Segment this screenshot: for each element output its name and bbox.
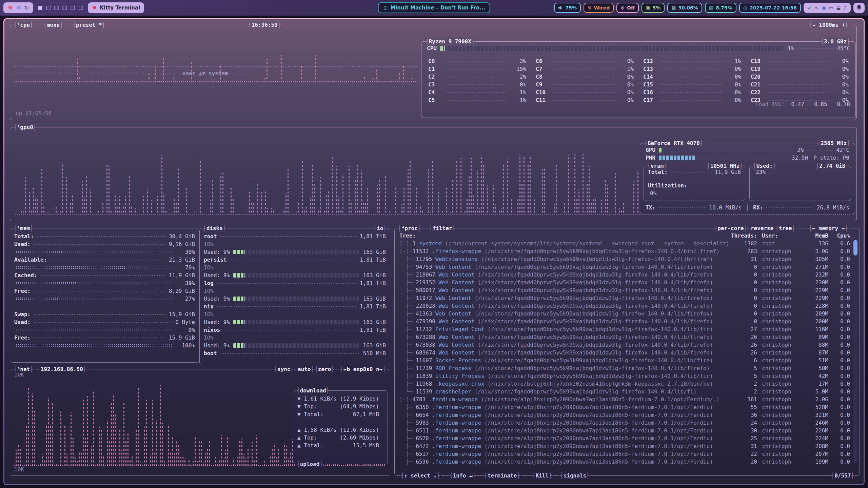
notification-bell[interactable] [853, 3, 865, 13]
process-row[interactable]: [-]-11532 .firefox-wrappe (/nix/store/fq… [399, 247, 850, 255]
process-row[interactable]: ├─ 11607 Socket Process (/nix/store/fqad… [399, 357, 850, 364]
process-row[interactable]: ├─ 6472 .ferdium-wrappe (/nix/store/a1pj… [399, 442, 850, 450]
gpu-rx-label: RX: [753, 204, 763, 211]
process-row[interactable]: ├─ 6520 .ferdium-wrappe (/nix/store/a1pj… [399, 434, 850, 442]
select-control[interactable]: ↑ select ↓ [400, 472, 441, 480]
filter-button[interactable]: filter [429, 224, 456, 232]
process-row[interactable]: ├─ 6511 .ferdium-wrappe (/nix/store/a1pj… [399, 427, 850, 434]
menu-tab[interactable]: menu [43, 21, 64, 29]
screen-record-icon[interactable]: ◉ [822, 5, 826, 11]
scrollbar-thumb[interactable] [853, 240, 857, 256]
col-threads[interactable]: Threads: [730, 232, 757, 240]
process-row[interactable]: ├─ 5983 .ferdium-wrappe (/nix/store/a1pj… [399, 419, 850, 427]
process-user: christoph [757, 411, 801, 419]
process-cpu: 0.0 [828, 310, 850, 318]
reverse-toggle[interactable]: reverse [747, 224, 777, 232]
process-mem: 50M [801, 364, 828, 372]
process-row[interactable]: ├─ 479390 Web Content (/nix/store/fqadd0… [399, 318, 850, 325]
workspace-button[interactable] [38, 6, 42, 10]
clipboard-icon[interactable]: ▭ [829, 5, 833, 11]
info-control[interactable]: info ↵ [449, 472, 476, 480]
terminate-control[interactable]: terminate [484, 472, 521, 480]
kill-control[interactable]: Kill [532, 472, 553, 480]
cpu-usage-module[interactable]: ▣5% [642, 3, 665, 13]
sort-column-selector[interactable]: ← memory → [808, 224, 849, 232]
proc-panel-title[interactable]: ⁴proc [397, 224, 421, 232]
color-picker-icon[interactable]: ◒ [836, 5, 841, 11]
signals-control[interactable]: signals [559, 472, 590, 480]
col-cpu[interactable]: Cpu% [828, 232, 850, 240]
process-row[interactable]: ├─ 580017 Web Content (/nix/store/fqadd0… [399, 286, 850, 294]
col-tree[interactable]: Tree: [399, 232, 730, 240]
network-monitor-icon[interactable]: ∿ [815, 5, 819, 11]
per-core-toggle[interactable]: per-core [714, 224, 748, 232]
net-sync-button[interactable]: sync [273, 365, 294, 373]
process-row[interactable]: [-]-1 systemd (/run/current-system/syste… [399, 240, 850, 247]
process-row[interactable]: ├─ 11968 .keepassxc-prox (/nix/store/bsl… [399, 380, 850, 388]
process-cpu: 0.0 [828, 271, 850, 279]
process-row[interactable]: ├─ 6517 .ferdium-wrappe (/nix/store/a1pj… [399, 450, 850, 458]
idle-inhibitor-module[interactable]: ⊙Off [616, 3, 639, 13]
net-panel-title[interactable]: ³net [13, 365, 34, 373]
net-interface-switch[interactable]: ←b enp8s0 n→ [339, 365, 387, 373]
process-row[interactable]: ├─ 94753 Web Content (/nix/store/fqadd0b… [399, 263, 850, 271]
process-name: .ferdium-wrappe [432, 451, 484, 457]
gpu-meter-label: GPU [646, 146, 655, 154]
disks-io-toggle[interactable]: io [373, 224, 387, 232]
process-row[interactable]: ├─ 11839 Utility Process (/nix/store/fqa… [399, 372, 850, 380]
active-window-button[interactable]: Kitty Terminal [88, 2, 144, 13]
volume-module[interactable]: 75% [554, 3, 581, 13]
media-player-widget[interactable]: ♫ Minuit Machine – Don't Run Fro... [378, 2, 490, 13]
mem-percent: 30% [177, 248, 195, 256]
process-row[interactable]: ├─ 689674 Web Content (/nix/store/fqadd0… [399, 349, 850, 357]
process-row[interactable]: [-]-4783 .ferdium-wrappe (/nix/store/a1p… [399, 395, 850, 403]
process-name: WebExtensions [435, 256, 481, 262]
process-row[interactable]: ├─ 41363 Web Content (/nix/store/fqadd0b… [399, 310, 850, 318]
core-pct: 3% [511, 57, 526, 65]
process-row[interactable]: ├─ 6654 .ferdium-wrappe (/nix/store/a1pj… [399, 411, 850, 419]
process-row[interactable]: ├─ 6350 .ferdium-wrappe (/nix/store/a1pj… [399, 403, 850, 411]
process-scrollbar[interactable] [853, 240, 857, 463]
vram-clock: 10501 MHz [706, 162, 744, 170]
process-row[interactable]: ├─ 673038 Web Content (/nix/store/fqadd0… [399, 341, 850, 349]
workspace-button[interactable] [46, 6, 51, 10]
process-row[interactable]: ├─ 220028 Web Content (/nix/store/fqadd0… [399, 302, 850, 310]
updates-icon[interactable]: ✔ [808, 5, 812, 11]
media-icon[interactable]: ♪ [844, 5, 847, 11]
vram-util-row: Utilization: [644, 182, 745, 189]
cat-icon[interactable] [7, 5, 13, 11]
process-row[interactable]: ├─ 218067 Web Content (/nix/store/fqadd0… [399, 271, 850, 279]
cpu-panel-title[interactable]: ¹cpu [13, 21, 34, 29]
tree-toggle[interactable]: tree [775, 224, 796, 232]
col-mem[interactable]: MemB [801, 232, 828, 240]
process-row[interactable]: ├─ 673288 Web Content (/nix/store/fqadd0… [399, 333, 850, 341]
process-row[interactable]: ├─ 219152 Web Content (/nix/store/fqadd0… [399, 279, 850, 286]
load-average-label: Load AVG: [755, 101, 788, 107]
process-row[interactable]: ├─ 11739 RDD Process (/nix/store/fqadd0b… [399, 364, 850, 372]
disks-panel-title[interactable]: disks [202, 224, 226, 232]
workspace-button[interactable] [62, 6, 67, 10]
reload-icon[interactable]: ↻ [24, 5, 29, 11]
process-row[interactable]: └─ 11539 crashhelper (/nix/store/fqadd0b… [399, 388, 850, 395]
process-row[interactable]: ├─ 11972 Web Content (/nix/store/fqadd0b… [399, 294, 850, 302]
process-row[interactable]: ├─ 6536 .ferdium-wrappe (/nix/store/a1pj… [399, 458, 850, 466]
nix-icon[interactable]: ❄ [16, 5, 21, 11]
net-auto-button[interactable]: auto [294, 365, 315, 373]
disk-usage-module[interactable]: ▤8.79% [705, 3, 736, 13]
workspace-button[interactable] [71, 6, 75, 10]
mem-panel-title[interactable]: ²mem [13, 224, 34, 232]
system-tray[interactable]: ✔∿◉▭◒♪ [804, 3, 851, 13]
clock-module[interactable]: ◷2025-07-22 16:36 [739, 3, 801, 13]
gpu-panel-title[interactable]: ⁵gpu0 [13, 123, 37, 131]
memory-usage-module[interactable]: ▦30.06% [667, 3, 702, 13]
col-user[interactable]: User: [757, 232, 801, 240]
preset-tab[interactable]: preset * [72, 21, 106, 29]
cpu-meter-label: CPU [427, 44, 437, 52]
process-row[interactable]: ├─ 11732 Privileged Cont (/nix/store/fqa… [399, 325, 850, 333]
net-zero-button[interactable]: zero [314, 365, 335, 373]
workspace-button[interactable] [79, 6, 83, 10]
network-module[interactable]: ↯Wired [584, 3, 614, 13]
process-row[interactable]: ├─ 11795 WebExtensions (/nix/store/fqadd… [399, 255, 850, 263]
workspace-button[interactable] [54, 6, 59, 10]
update-interval[interactable]: - 1000ms + [808, 21, 849, 29]
